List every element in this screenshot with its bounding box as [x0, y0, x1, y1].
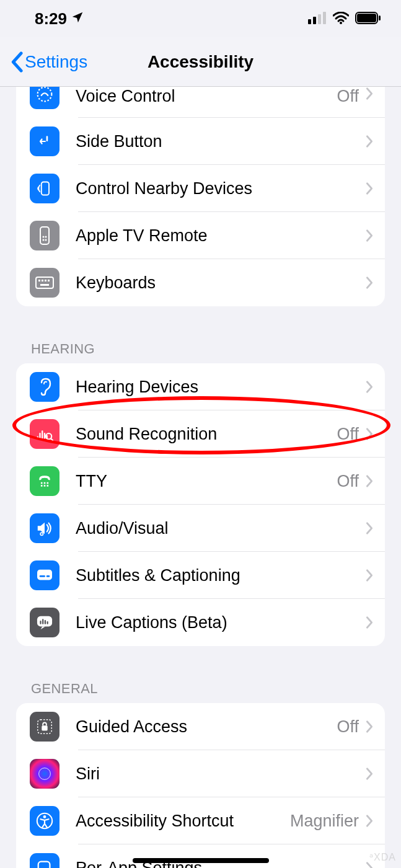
svg-rect-29 — [47, 485, 49, 487]
watermark: ᵃXDA — [369, 851, 396, 863]
row-label: Side Button — [76, 132, 365, 151]
row-live-captions-beta-[interactable]: Live Captions (Beta) — [16, 599, 385, 646]
row-keyboards[interactable]: Keyboards — [16, 259, 385, 306]
settings-scroll[interactable]: Voice ControlOffSide ButtonControl Nearb… — [0, 87, 401, 868]
group-general: Guided AccessOffSiriAccessibility Shortc… — [16, 703, 385, 868]
battery-icon — [355, 9, 381, 29]
ear-icon — [30, 372, 59, 402]
status-bar: 8:29 — [0, 0, 401, 37]
row-label: Guided Access — [76, 717, 337, 737]
chevron-right-icon — [365, 87, 374, 100]
svg-rect-34 — [46, 575, 50, 577]
row-hearing-devices[interactable]: Hearing Devices — [16, 363, 385, 410]
svg-rect-9 — [46, 136, 48, 141]
subtitles-icon — [30, 560, 59, 590]
svg-rect-18 — [42, 280, 43, 281]
row-value: Off — [337, 425, 359, 444]
svg-rect-24 — [41, 482, 43, 484]
chevron-right-icon — [365, 521, 374, 535]
row-label: Audio/Visual — [76, 519, 365, 538]
svg-point-12 — [43, 236, 45, 238]
svg-rect-37 — [42, 725, 47, 730]
chevron-right-icon — [365, 616, 374, 629]
keyboard-icon — [30, 268, 59, 298]
siri-icon — [30, 759, 59, 789]
row-apple-tv-remote[interactable]: Apple TV Remote — [16, 212, 385, 259]
row-label: Voice Control — [76, 87, 337, 106]
svg-rect-19 — [45, 280, 46, 281]
row-label: Keyboards — [76, 273, 365, 293]
svg-point-31 — [41, 533, 43, 535]
row-label: Live Captions (Beta) — [76, 613, 365, 632]
svg-rect-2 — [318, 14, 321, 24]
nearby-devices-icon — [30, 174, 59, 203]
row-value: Off — [337, 717, 359, 737]
row-label: Hearing Devices — [76, 378, 365, 397]
group-header-hearing: HEARING — [0, 319, 401, 363]
per-app-settings-icon — [30, 853, 59, 868]
svg-rect-26 — [47, 482, 49, 484]
back-label: Settings — [25, 52, 87, 72]
chevron-left-icon — [10, 51, 24, 73]
nav-header: Settings Accessibility — [0, 37, 401, 87]
group-header-general: GENERAL — [0, 658, 401, 703]
chevron-right-icon — [365, 229, 374, 242]
live-captions-icon — [30, 608, 59, 637]
row-label: Sound Recognition — [76, 425, 337, 444]
voice-control-icon — [30, 87, 59, 109]
row-control-nearby-devices[interactable]: Control Nearby Devices — [16, 165, 385, 212]
row-label: Apple TV Remote — [76, 226, 365, 246]
svg-rect-21 — [40, 284, 49, 286]
svg-rect-0 — [308, 19, 311, 24]
row-voice-control[interactable]: Voice ControlOff — [16, 87, 385, 118]
row-subtitles-captioning[interactable]: Subtitles & Captioning — [16, 552, 385, 599]
svg-rect-27 — [41, 485, 43, 487]
chevron-right-icon — [365, 569, 374, 582]
chevron-right-icon — [365, 474, 374, 488]
row-per-app-settings[interactable]: Per-App Settings — [16, 844, 385, 868]
tty-icon — [30, 466, 59, 496]
chevron-right-icon — [365, 380, 374, 394]
status-time: 8:29 — [35, 9, 67, 29]
row-side-button[interactable]: Side Button — [16, 118, 385, 165]
svg-point-4 — [340, 22, 342, 24]
svg-point-13 — [45, 236, 47, 238]
svg-line-23 — [51, 439, 53, 441]
svg-rect-25 — [44, 482, 46, 484]
svg-rect-33 — [40, 575, 45, 577]
svg-point-38 — [39, 768, 51, 780]
accessibility-shortcut-icon — [30, 806, 59, 836]
row-tty[interactable]: TTYOff — [16, 458, 385, 505]
row-guided-access[interactable]: Guided AccessOff — [16, 703, 385, 750]
row-audio-visual[interactable]: Audio/Visual — [16, 505, 385, 552]
row-label: Siri — [76, 764, 365, 784]
group-hearing: Hearing DevicesSound RecognitionOffTTYOf… — [16, 363, 385, 646]
svg-rect-1 — [313, 17, 316, 24]
svg-rect-28 — [44, 485, 46, 487]
svg-rect-17 — [38, 280, 40, 281]
audio-visual-icon — [30, 513, 59, 543]
chevron-right-icon — [365, 767, 374, 781]
row-label: Subtitles & Captioning — [76, 566, 365, 585]
appletv-remote-icon — [30, 221, 59, 250]
svg-point-14 — [43, 239, 45, 241]
back-button[interactable]: Settings — [10, 51, 87, 73]
row-accessibility-shortcut[interactable]: Accessibility ShortcutMagnifier — [16, 797, 385, 844]
chevron-right-icon — [365, 276, 374, 290]
row-value: Off — [337, 87, 359, 106]
row-label: Control Nearby Devices — [76, 179, 365, 198]
side-button-icon — [30, 126, 59, 156]
svg-rect-7 — [379, 16, 381, 20]
home-indicator[interactable] — [133, 858, 269, 863]
svg-rect-3 — [323, 12, 326, 24]
group-physical-motor: Voice ControlOffSide ButtonControl Nearb… — [16, 87, 385, 306]
wifi-icon — [333, 9, 349, 29]
svg-rect-6 — [357, 14, 376, 22]
row-sound-recognition[interactable]: Sound RecognitionOff — [16, 410, 385, 458]
status-right — [308, 9, 381, 29]
svg-rect-11 — [40, 227, 49, 244]
svg-rect-16 — [36, 277, 53, 288]
row-siri[interactable]: Siri — [16, 750, 385, 797]
cellular-signal-icon — [308, 9, 327, 29]
svg-point-40 — [43, 815, 46, 818]
